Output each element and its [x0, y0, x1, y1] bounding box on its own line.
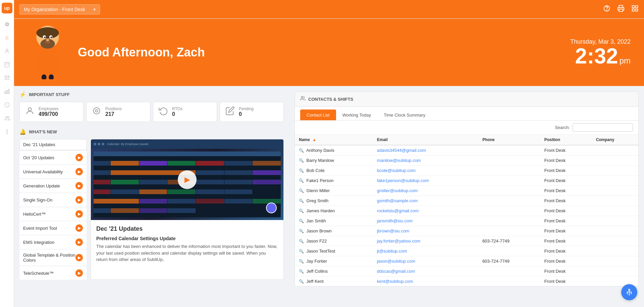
- svg-rect-18: [619, 9, 623, 11]
- stat-positions[interactable]: Positions 217: [86, 102, 150, 122]
- svg-point-25: [36, 27, 59, 39]
- contact-name: 🔍 Anthony Davis: [295, 145, 373, 156]
- person-search-icon: 🔍: [299, 229, 304, 233]
- sidebar-item-home[interactable]: ⌂: [1, 32, 13, 44]
- news-item-universal-availability[interactable]: Universal Availability ▶: [19, 165, 87, 178]
- email-link[interactable]: jbrown@siu.com: [377, 228, 409, 233]
- table-row: 🔍 Jeff Kent kent@subitup.com Front Desk: [295, 276, 638, 287]
- col-name[interactable]: Name ▲: [295, 135, 373, 145]
- sidebar-item-reports[interactable]: [1, 85, 13, 97]
- play-button[interactable]: ▶: [178, 170, 197, 189]
- table-row: 🔍 Anthony Davis adavis34544@gmail.com Fr…: [295, 145, 638, 156]
- email-link[interactable]: gmiller@subitup.com: [377, 188, 418, 193]
- stat-pending[interactable]: Pending 0: [220, 102, 284, 122]
- svg-rect-5: [5, 91, 6, 94]
- contact-phone: [478, 196, 540, 206]
- email-link[interactable]: gsmith@sample.com: [377, 198, 418, 203]
- news-arrow-icon: ▶: [75, 224, 83, 232]
- person-search-icon: 🔍: [299, 279, 304, 284]
- sidebar-item-users[interactable]: [1, 45, 13, 57]
- news-item-generation-update[interactable]: Generation Update ▶: [19, 179, 87, 192]
- pending-value: 0: [239, 111, 254, 117]
- tab-working-today[interactable]: Working Today: [336, 109, 378, 120]
- email-link[interactable]: kent@subitup.com: [377, 279, 413, 284]
- email-link[interactable]: jt@subitup.com: [377, 249, 407, 254]
- news-arrow-icon: ▶: [75, 182, 83, 189]
- tab-time-clock-summary[interactable]: Time Clock Summary: [377, 109, 432, 120]
- sidebar-item-team[interactable]: [1, 112, 13, 124]
- tab-contact-list[interactable]: Contact List: [300, 109, 336, 120]
- contacts-table-body: 🔍 Anthony Davis adavis34544@gmail.com Fr…: [295, 145, 638, 286]
- org-selector[interactable]: My Organization - Front Desk ▾: [19, 4, 100, 14]
- pending-label: Pending: [239, 106, 254, 111]
- grid-icon[interactable]: [631, 5, 639, 14]
- sidebar-item-messages[interactable]: [1, 72, 13, 84]
- bell-icon: 🔔: [19, 129, 26, 135]
- print-icon[interactable]: [617, 5, 625, 14]
- news-item-event-import[interactable]: Event Import Tool ▶: [19, 221, 87, 235]
- table-row: 🔍 Glenn Miller gmiller@subitup.com Front…: [295, 186, 638, 196]
- whats-new-section: Dec '21 Updates Oct '20 Updates ▶ Univer…: [19, 139, 284, 280]
- content-area: Good Afternoon, Zach Thursday, Mar 3, 20…: [14, 19, 644, 307]
- sidebar-item-info[interactable]: [1, 99, 13, 111]
- email-link[interactable]: manilow@subitup.com: [377, 158, 421, 163]
- svg-rect-1: [5, 62, 9, 67]
- svg-point-17: [607, 10, 607, 10]
- sidebar-item-settings[interactable]: ⚙: [1, 18, 13, 30]
- table-row: 🔍 Jan Smith jansmith@siu.com Front Desk: [295, 216, 638, 226]
- employees-label: Employees: [39, 106, 58, 111]
- svg-point-36: [96, 110, 98, 112]
- stat-employees[interactable]: Employees 499/700: [19, 102, 84, 122]
- news-arrow-icon: ▶: [75, 196, 83, 204]
- contact-company: [592, 256, 638, 266]
- contact-email: jason@subitup.com: [373, 256, 478, 266]
- sidebar-item-calendar[interactable]: [1, 58, 13, 71]
- contact-position: Front Desk: [540, 206, 592, 216]
- app-logo[interactable]: up: [2, 3, 12, 13]
- left-panel: ⚡ IMPORTANT STUFF Employees 499/700: [14, 86, 289, 307]
- email-link[interactable]: fake1person@subitup.com: [377, 178, 429, 183]
- news-item-single-sign-on[interactable]: Single Sign-On ▶: [19, 193, 87, 207]
- svg-point-11: [5, 117, 7, 118]
- email-link[interactable]: jay.fortier@yahoo.com: [377, 238, 420, 244]
- svg-point-12: [7, 117, 9, 118]
- email-link[interactable]: jansmith@siu.com: [377, 218, 413, 223]
- help-icon[interactable]: [603, 5, 610, 14]
- rtos-info: RTOs 0: [172, 106, 182, 117]
- employees-info: Employees 499/700: [39, 106, 58, 117]
- contact-phone: [478, 166, 540, 176]
- news-item-ems-integration[interactable]: EMS Integration ▶: [19, 235, 87, 249]
- positions-label: Positions: [105, 106, 122, 111]
- email-link[interactable]: adavis34544@gmail.com: [377, 148, 426, 153]
- contact-name: 🔍 Jan Smith: [295, 216, 373, 226]
- news-item-oct20[interactable]: Oct '20 Updates ▶: [19, 151, 87, 164]
- svg-point-0: [6, 49, 8, 51]
- stats-row: Employees 499/700 Positions 217: [19, 102, 284, 122]
- search-input[interactable]: [573, 123, 633, 132]
- topbar-actions: [603, 5, 639, 14]
- sidebar-item-more[interactable]: [1, 126, 13, 138]
- email-link[interactable]: bcote@subitup.com: [377, 168, 416, 173]
- stat-rtos[interactable]: RTOs 0: [153, 102, 217, 122]
- table-row: 🔍 Jeff Collins ddscas@gmail.com Front De…: [295, 266, 638, 276]
- contacts-title: CONTACTS & SHIFTS: [308, 97, 353, 102]
- video-thumbnail[interactable]: Calendar: By Employee (week): [91, 139, 283, 220]
- email-link[interactable]: rocketsiu@gmail.com: [377, 208, 419, 213]
- news-item-hellocert[interactable]: HelloCert™ ▶: [19, 207, 87, 221]
- email-link[interactable]: ddscas@gmail.com: [377, 269, 415, 274]
- contact-email: rocketsiu@gmail.com: [373, 206, 478, 216]
- news-item-dec21[interactable]: Dec '21 Updates: [19, 139, 87, 150]
- contacts-section-header: CONTACTS & SHIFTS: [295, 92, 638, 107]
- right-panel: CONTACTS & SHIFTS Contact List Working T…: [289, 86, 644, 307]
- contact-name: 🔍 Jeff Kent: [295, 276, 373, 287]
- rtos-icon: [159, 106, 168, 118]
- news-item-teleschedule[interactable]: TeleSchedule™ ▶: [19, 266, 87, 280]
- email-link[interactable]: jason@subitup.com: [377, 259, 415, 264]
- table-row: 🔍 Jason TestTest jt@subitup.com Front De…: [295, 246, 638, 256]
- news-item-global-template[interactable]: Global Template & Position Colors ▶: [19, 250, 87, 266]
- search-row: Search:: [295, 121, 638, 135]
- svg-rect-32: [49, 75, 54, 79]
- accessibility-button[interactable]: [621, 284, 637, 300]
- contact-phone: [478, 176, 540, 186]
- svg-point-13: [6, 130, 7, 130]
